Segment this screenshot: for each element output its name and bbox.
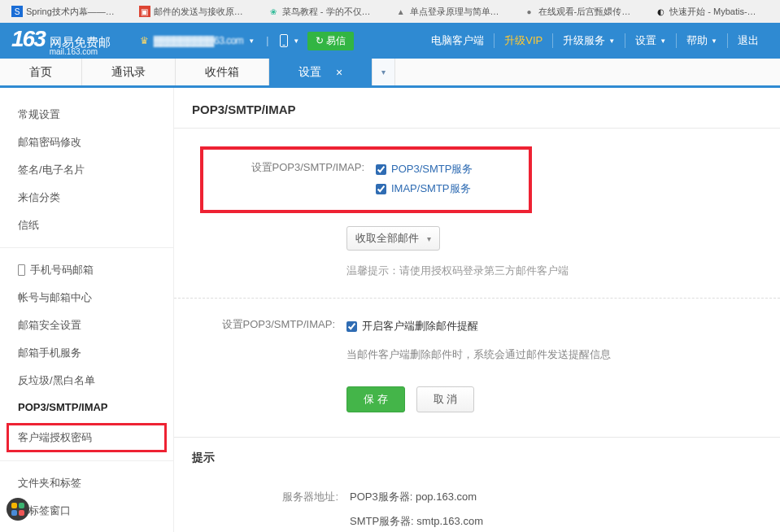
mail-header: 163 网易免费邮 mail.163.com ♛ ▓▓▓▓▓▓▓▓▓63.com… bbox=[0, 23, 780, 59]
smtp-server-value: SMTP服务器: smtp.163.com bbox=[338, 514, 483, 529]
fetch-scope-dropdown[interactable]: 收取全部邮件 ▾ bbox=[346, 226, 440, 251]
tab-home[interactable]: 首页 bbox=[0, 59, 82, 85]
pc-client-link[interactable]: 电脑客户端 bbox=[421, 33, 494, 48]
browser-tab[interactable]: SSpring技术内幕——… bbox=[7, 6, 120, 18]
favicon-icon: S bbox=[11, 6, 23, 17]
browser-tab[interactable]: ▲单点登录原理与简单… bbox=[390, 6, 504, 18]
browser-tab[interactable]: ●在线观看-后宫甄嬛传… bbox=[519, 6, 636, 18]
floating-apps-button[interactable] bbox=[7, 498, 29, 521]
caret-down-icon[interactable]: ▼ bbox=[248, 37, 255, 45]
sidebar-item[interactable]: 反垃圾/黑白名单 bbox=[0, 367, 173, 395]
browser-tab[interactable]: ◐快速开始 - Mybatis-… bbox=[650, 6, 760, 18]
tab-settings[interactable]: 设置 × bbox=[269, 59, 373, 85]
panel-title: POP3/SMTP/IMAP bbox=[174, 102, 780, 129]
sidebar-item[interactable]: 文件夹和标签 bbox=[0, 469, 173, 497]
sidebar-item[interactable]: 来信分类 bbox=[0, 184, 173, 211]
tab-dropdown[interactable]: ▾ bbox=[373, 59, 395, 85]
setting-label: 设置POP3/SMTP/IMAP: bbox=[203, 159, 364, 175]
sidebar-item[interactable]: 签名/电子名片 bbox=[0, 156, 173, 184]
sidebar-item[interactable]: 邮箱安全设置 bbox=[0, 312, 173, 339]
pop3-smtp-checkbox[interactable]: POP3/SMTP服务 bbox=[376, 159, 473, 179]
tip-text: 温馨提示：请使用授权码登录第三方邮件客户端 bbox=[346, 264, 780, 278]
phone-icon[interactable] bbox=[280, 34, 288, 47]
phone-icon bbox=[18, 264, 25, 276]
favicon-icon: ▲ bbox=[395, 6, 407, 17]
delete-setting-label: 设置POP3/SMTP/IMAP: bbox=[174, 316, 335, 332]
sidebar-item[interactable]: 邮箱密码修改 bbox=[0, 129, 173, 156]
yixin-button[interactable]: ↻ 易信 bbox=[307, 32, 354, 50]
cancel-button[interactable]: 取 消 bbox=[416, 386, 475, 412]
nav-tabs: 首页 通讯录 收件箱 设置 × ▾ bbox=[0, 59, 780, 88]
tab-contacts[interactable]: 通讯录 bbox=[82, 59, 176, 85]
save-button[interactable]: 保 存 bbox=[346, 386, 405, 412]
sidebar-item[interactable]: 常规设置 bbox=[0, 101, 173, 129]
tips-title: 提示 bbox=[192, 451, 762, 465]
favicon-icon: ▣ bbox=[139, 6, 150, 17]
settings-main: POP3/SMTP/IMAP 设置POP3/SMTP/IMAP: POP3/SM… bbox=[174, 88, 780, 532]
sidebar-item-client-auth[interactable]: 客户端授权密码 bbox=[7, 423, 167, 452]
upgrade-service-link[interactable]: 升级服务▼ bbox=[552, 33, 625, 48]
settings-sidebar: 常规设置邮箱密码修改签名/电子名片来信分类信纸 手机号码邮箱 帐号与邮箱中心邮箱… bbox=[0, 88, 174, 532]
upgrade-vip-link[interactable]: 升级VIP bbox=[494, 33, 552, 48]
favicon-icon: ● bbox=[524, 6, 535, 17]
favicon-icon: ❀ bbox=[268, 6, 279, 17]
user-email[interactable]: ▓▓▓▓▓▓▓▓▓63.com bbox=[154, 35, 244, 46]
sidebar-item[interactable]: 邮箱手机服务 bbox=[0, 339, 173, 367]
sidebar-item[interactable]: 信纸 bbox=[0, 211, 173, 239]
sidebar-item[interactable]: 邮箱触点 bbox=[0, 525, 173, 532]
help-link[interactable]: 帮助▼ bbox=[676, 33, 727, 48]
logo[interactable]: 163 网易免费邮 mail.163.com bbox=[11, 26, 111, 56]
crown-icon: ♛ bbox=[140, 35, 149, 46]
tab-inbox[interactable]: 收件箱 bbox=[176, 59, 269, 85]
refresh-icon: ↻ bbox=[316, 35, 324, 46]
browser-tab[interactable]: ▣邮件的发送与接收原… bbox=[134, 6, 248, 18]
sidebar-item[interactable]: 帐号与邮箱中心 bbox=[0, 284, 173, 312]
browser-tab[interactable]: ❀菜鸟教程 - 学的不仅… bbox=[263, 6, 376, 18]
delete-info-text: 当邮件客户端删除邮件时，系统会通过邮件发送提醒信息 bbox=[346, 347, 780, 362]
logo-number: 163 bbox=[11, 26, 45, 52]
highlighted-settings: 设置POP3/SMTP/IMAP: POP3/SMTP服务 IMAP/SMTP服… bbox=[200, 146, 532, 213]
settings-link[interactable]: 设置▼ bbox=[625, 33, 676, 48]
delete-reminder-checkbox[interactable]: 开启客户端删除邮件提醒 bbox=[346, 316, 478, 336]
chevron-down-icon: ▾ bbox=[427, 234, 431, 243]
server-address-label: 服务器地址: bbox=[192, 490, 338, 504]
close-icon[interactable]: × bbox=[336, 66, 342, 79]
browser-tab-strip: SSpring技术内幕——…▣邮件的发送与接收原…❀菜鸟教程 - 学的不仅…▲单… bbox=[0, 0, 780, 23]
favicon-icon: ◐ bbox=[655, 6, 666, 17]
logout-link[interactable]: 退出 bbox=[727, 33, 769, 48]
caret-down-icon[interactable]: ▼ bbox=[293, 37, 299, 45]
pop3-server-value: POP3服务器: pop.163.com bbox=[338, 490, 477, 504]
sidebar-item-pop3[interactable]: POP3/SMTP/IMAP bbox=[0, 395, 173, 420]
logo-en: mail.163.com bbox=[50, 48, 111, 56]
sidebar-item-phone-mail[interactable]: 手机号码邮箱 bbox=[0, 256, 173, 284]
imap-smtp-checkbox[interactable]: IMAP/SMTP服务 bbox=[376, 179, 473, 198]
logo-cn: 网易免费邮 bbox=[50, 36, 111, 48]
